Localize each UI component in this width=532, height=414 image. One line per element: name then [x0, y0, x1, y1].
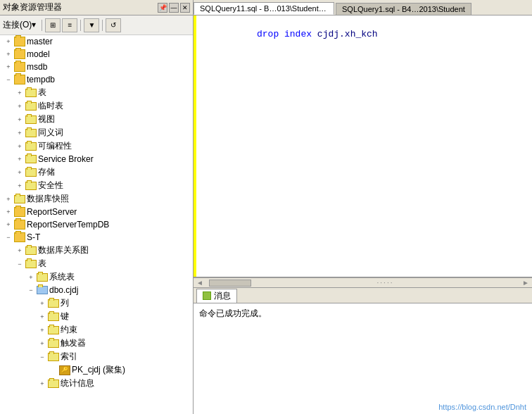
tree-label-tempdb: tempdb — [27, 75, 55, 84]
folder-icon-st-tables — [25, 260, 37, 268]
tree-item-columns[interactable]: 列 — [0, 296, 193, 310]
tree-label-servicebroker: Service Broker — [38, 154, 94, 164]
tree-label-storage: 存储 — [38, 166, 55, 178]
index-icon: 🔑 — [59, 365, 70, 375]
horizontal-scrollbar[interactable]: ◄ ····· ► — [194, 277, 532, 287]
editor-panel: SQLQuery11.sql - B…013\Student (63))* SQ… — [194, 0, 532, 414]
tree-item-system-tables[interactable]: 系统表 — [0, 270, 193, 284]
expand-model[interactable] — [3, 49, 14, 60]
tree-label-system-tables: 系统表 — [49, 271, 75, 283]
expand-prog[interactable] — [14, 141, 25, 152]
tree-item-master[interactable]: master — [0, 35, 193, 48]
tree-item-tables[interactable]: 表 — [0, 86, 193, 99]
tab-query11[interactable]: SQLQuery11.sql - B…013\Student (63))* — [194, 2, 334, 15]
filter-button[interactable]: ▼ — [84, 18, 99, 32]
expand-triggers[interactable] — [37, 338, 48, 349]
tree-item-tempdb[interactable]: tempdb — [0, 73, 193, 86]
expand-msdb[interactable] — [3, 61, 14, 73]
scroll-right-btn[interactable]: ► — [519, 279, 532, 287]
tree-item-st-tables[interactable]: 表 — [0, 257, 193, 270]
tree-item-reportservertempdb[interactable]: ReportServerTempDB — [0, 218, 193, 231]
tree-item-keys[interactable]: 键 — [0, 310, 193, 323]
tree-item-reportserver[interactable]: ReportServer — [0, 206, 193, 218]
tree-label-tables: 表 — [38, 87, 46, 99]
tree-item-constraints[interactable]: 约束 — [0, 323, 193, 337]
folder-icon-tables — [25, 89, 37, 97]
tree-item-views[interactable]: 视图 — [0, 113, 193, 126]
tree-item-storage[interactable]: 存储 — [0, 165, 193, 179]
expand-dbdiagram[interactable] — [14, 245, 25, 256]
tree-item-security[interactable]: 安全性 — [0, 179, 193, 192]
connect-label[interactable]: 连接(O)▾ — [3, 19, 36, 31]
expand-dbsnapshots[interactable] — [3, 194, 14, 205]
expand-st-tables[interactable] — [14, 258, 25, 270]
tree-item-msdb[interactable]: msdb — [0, 61, 193, 73]
tree-item-dbdiagram[interactable]: 数据库关系图 — [0, 244, 193, 257]
toolbar-separator-3 — [102, 20, 103, 31]
tree-item-statistics[interactable]: 统计信息 — [0, 377, 193, 390]
tab-query1[interactable]: SQLQuery1.sql - B4…2013\Student — [336, 3, 471, 15]
tree-label-model: model — [27, 49, 50, 59]
tree-item-prog[interactable]: 可编程性 — [0, 139, 193, 153]
expand-system-tables[interactable] — [25, 272, 37, 283]
folder-icon-temptables — [25, 102, 37, 111]
code-editor[interactable]: drop index cjdj.xh_kch — [194, 15, 532, 277]
folder-icon-servicebroker — [25, 155, 37, 163]
panel-title-buttons: 📌 — ✕ — [158, 3, 190, 13]
properties-button[interactable]: ≡ — [62, 18, 77, 32]
h-scroll-thumb[interactable] — [209, 280, 251, 287]
tree-item-model[interactable]: model — [0, 48, 193, 61]
expand-servicebroker[interactable] — [14, 153, 25, 165]
scroll-left-btn[interactable]: ◄ — [194, 279, 206, 287]
close-button[interactable]: ✕ — [180, 3, 190, 13]
results-panel: 消息 命令已成功完成。 — [194, 287, 532, 414]
tree-item-servicebroker[interactable]: Service Broker — [0, 153, 193, 165]
tree-item-cjdj[interactable]: dbo.cjdj — [0, 284, 193, 296]
minimize-button[interactable]: — — [169, 3, 179, 13]
expand-st[interactable] — [3, 232, 14, 243]
tree-item-dbsnapshots[interactable]: 数据库快照 — [0, 192, 193, 206]
expand-synonyms[interactable] — [14, 127, 25, 139]
expand-storage[interactable] — [14, 167, 25, 178]
folder-icon-cjdj — [37, 286, 48, 294]
code-line-1: drop index cjdj.xh_kch — [202, 18, 526, 50]
expand-tempdb[interactable] — [3, 74, 14, 85]
expand-master[interactable] — [3, 36, 14, 47]
tree-item-triggers[interactable]: 触发器 — [0, 337, 193, 350]
results-tab-messages[interactable]: 消息 — [196, 289, 237, 303]
expand-views[interactable] — [14, 114, 25, 125]
pin-button[interactable]: 📌 — [158, 3, 167, 13]
tree-label-reportservertempdb: ReportServerTempDB — [27, 220, 109, 230]
tree-label-triggers: 触发器 — [61, 337, 86, 349]
tree-label-indexes: 索引 — [61, 351, 77, 363]
tree-item-synonyms[interactable]: 同义词 — [0, 126, 193, 139]
code-content-area[interactable]: drop index cjdj.xh_kch — [196, 15, 532, 277]
explorer-toolbar: 连接(O)▾ ⊞ ≡ ▼ ↺ — [0, 15, 193, 35]
toolbar-separator — [42, 20, 42, 31]
expand-keys[interactable] — [37, 311, 48, 322]
expand-columns[interactable] — [37, 298, 48, 309]
expand-indexes[interactable] — [37, 351, 48, 363]
tree-label-keys: 键 — [61, 310, 69, 322]
expand-statistics[interactable] — [37, 378, 48, 389]
folder-icon-triggers — [48, 339, 59, 348]
db-icon-tempdb — [14, 75, 25, 84]
expand-tables[interactable] — [14, 87, 25, 99]
expand-constraints[interactable] — [37, 325, 48, 336]
tree-item-temptables[interactable]: 临时表 — [0, 99, 193, 113]
folder-icon-indexes — [48, 353, 59, 361]
expand-security[interactable] — [14, 180, 25, 192]
tree-item-pk-cjdj[interactable]: 🔑 PK_cjdj (聚集) — [0, 363, 193, 377]
scroll-dots: ····· — [251, 279, 519, 287]
result-message: 命令已成功完成。 — [199, 308, 526, 320]
expand-cjdj[interactable] — [25, 284, 37, 296]
tree-item-st[interactable]: S-T — [0, 231, 193, 244]
expand-reportservertempdb[interactable] — [3, 219, 14, 230]
expand-reportserver[interactable] — [3, 206, 14, 218]
expand-temptables[interactable] — [14, 101, 25, 112]
refresh-button[interactable]: ↺ — [106, 18, 121, 32]
new-button[interactable]: ⊞ — [45, 18, 61, 32]
tree-item-indexes[interactable]: 索引 — [0, 350, 193, 363]
results-tab-icon — [203, 291, 211, 300]
object-tree[interactable]: master model msdb tempdb — [0, 35, 193, 414]
